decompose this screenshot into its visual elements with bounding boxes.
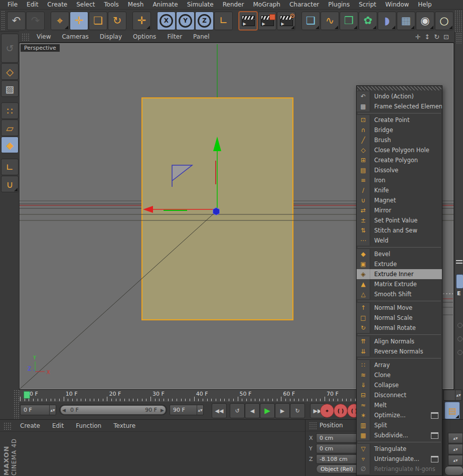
stepper-arrows[interactable]: ▲▼: [455, 390, 461, 400]
timeline-grip[interactable]: [14, 390, 19, 419]
make-editable-button[interactable]: ↺: [1, 34, 19, 63]
settings-dialog-icon[interactable]: [431, 456, 438, 462]
add-subdivision-surface-button[interactable]: ❒: [340, 12, 358, 30]
redo-button[interactable]: ↷: [26, 12, 45, 30]
polygon-mode-button[interactable]: ◆: [1, 137, 19, 153]
lock-y-axis-button[interactable]: Y: [176, 12, 195, 30]
stepper-arrows[interactable]: ▲▼: [49, 405, 56, 415]
make-preview-button[interactable]: ▤: [444, 402, 460, 419]
add-environment-button[interactable]: ▦: [397, 12, 415, 30]
context-item-undo-action[interactable]: ↶Undo (Action): [357, 91, 442, 101]
viewport-menu-filter[interactable]: Filter: [162, 33, 188, 40]
scale-button[interactable]: ❏: [89, 12, 107, 30]
context-item-magnet[interactable]: ∪Magnet: [357, 195, 442, 205]
context-item-disconnect[interactable]: ⊟Disconnect: [357, 390, 442, 400]
stepper-arrows[interactable]: ▲▼: [197, 405, 203, 415]
move-button[interactable]: ✛: [70, 12, 88, 30]
end-frame-field[interactable]: 90 F ▲▼: [170, 405, 204, 415]
menu-edit[interactable]: Edit: [22, 1, 43, 8]
context-item-mirror[interactable]: ⇄Mirror: [357, 205, 442, 215]
menu-render[interactable]: Render: [218, 1, 249, 8]
menu-character[interactable]: Character: [285, 1, 324, 8]
add-deformer-button[interactable]: ◗: [378, 12, 396, 30]
record-active-objects-button[interactable]: ( ): [334, 404, 348, 418]
viewport-menu-panel[interactable]: Panel: [188, 33, 215, 40]
rotate-button[interactable]: ↻: [108, 12, 126, 30]
menu-animate[interactable]: Animate: [148, 1, 182, 8]
view-name-label[interactable]: Perspective: [21, 44, 60, 52]
context-item-align-normals[interactable]: ⇈Align Normals: [357, 336, 442, 346]
coordinate-system-button[interactable]: ∟: [214, 12, 233, 30]
context-item-normal-rotate[interactable]: ↻Normal Rotate: [357, 323, 442, 333]
context-item-smooth-shift[interactable]: △Smooth Shift: [357, 289, 442, 299]
viewport-menu-options[interactable]: Options: [127, 33, 162, 40]
hidden-field-stepper[interactable]: ▲▼: [448, 455, 463, 465]
lock-z-axis-button[interactable]: Z: [195, 12, 214, 30]
enable-snap-button[interactable]: ∪: [1, 176, 19, 192]
add-modifier-button[interactable]: ✿: [359, 12, 377, 30]
live-selection-button[interactable]: ⌖: [51, 12, 69, 30]
context-item-create-polygon[interactable]: ⊞Create Polygon: [357, 155, 442, 165]
add-spline-button[interactable]: ∿: [321, 12, 339, 30]
autokeying-record-button[interactable]: ✦: [320, 404, 334, 418]
menu-simulate[interactable]: Simulate: [183, 1, 218, 8]
menu-plugins[interactable]: Plugins: [324, 1, 354, 8]
axis-mode-button[interactable]: ∟: [1, 159, 19, 175]
context-item-iron[interactable]: ≡Iron: [357, 175, 442, 185]
add-light-button[interactable]: ○: [435, 12, 453, 30]
coordinate-grip[interactable]: [309, 422, 317, 429]
context-item-subdivide[interactable]: ▦Subdivide...: [357, 430, 442, 440]
context-item-reverse-normals[interactable]: ⇊Reverse Normals: [357, 346, 442, 356]
object-axis-center[interactable]: [213, 208, 220, 215]
context-item-untriangulate[interactable]: ▿Untriangulate...: [357, 454, 442, 464]
menu-create[interactable]: Create: [43, 1, 72, 8]
undo-button[interactable]: ↶: [7, 12, 26, 30]
context-item-extrude-inner[interactable]: ◈Extrude Inner: [357, 269, 442, 279]
context-item-brush[interactable]: ╱Brush: [357, 135, 442, 145]
context-item-close-polygon-hole[interactable]: ◇Close Polygon Hole: [357, 145, 442, 155]
rotate-view-icon[interactable]: ↻: [434, 34, 439, 40]
highlighted-item-edge[interactable]: [456, 274, 463, 289]
context-menu-grip[interactable]: [357, 86, 441, 90]
context-item-retriangulate-n-gons[interactable]: ∅Retriangulate N-gons: [357, 464, 442, 474]
material-menu-create[interactable]: Create: [14, 422, 46, 429]
context-item-clone[interactable]: ≋Clone: [357, 370, 442, 380]
context-item-matrix-extrude[interactable]: ▲Matrix Extrude: [357, 279, 442, 289]
range-left-arrow[interactable]: ◀: [61, 408, 67, 413]
hidden-field-stepper[interactable]: ▲▼: [448, 433, 463, 443]
menu-select[interactable]: Select: [72, 1, 99, 8]
menu-file[interactable]: File: [3, 1, 22, 8]
material-menu-function[interactable]: Function: [70, 422, 107, 429]
frame-range-bar[interactable]: ◀ 0 F 90 F ▶: [61, 406, 166, 414]
menu-tools[interactable]: Tools: [99, 1, 123, 8]
material-menu-texture[interactable]: Texture: [107, 422, 141, 429]
menu-mograph[interactable]: MoGraph: [248, 1, 285, 8]
context-item-bridge[interactable]: ∩Bridge: [357, 125, 442, 135]
zoom-view-icon[interactable]: ↕: [424, 34, 430, 40]
current-frame-field[interactable]: 0 F ▲▼: [20, 405, 56, 415]
context-item-bevel[interactable]: ◆Bevel: [357, 249, 442, 259]
context-item-array[interactable]: ∷Array: [357, 360, 442, 370]
model-mode-button[interactable]: ◇: [1, 63, 19, 80]
context-item-set-point-value[interactable]: ±Set Point Value: [357, 215, 442, 225]
last-used-tool-button[interactable]: ✛: [132, 12, 151, 30]
frame-range-slider[interactable]: ◀ 0 F 90 F ▶: [59, 405, 167, 415]
context-item-stitch-and-sew[interactable]: ⇅Stitch and Sew: [357, 225, 442, 235]
hidden-field-stepper[interactable]: ▲▼: [448, 444, 463, 454]
edit-render-settings-button[interactable]: ⚙: [277, 12, 295, 30]
toolbar-grip-right[interactable]: [454, 10, 463, 32]
viewport-menu-cameras[interactable]: Cameras: [56, 33, 94, 40]
right-panel-grip[interactable]: [456, 33, 462, 44]
settings-dialog-icon[interactable]: [431, 412, 438, 419]
ruler-spinner[interactable]: ▲▼: [443, 390, 462, 401]
edge-mode-button[interactable]: ▱: [1, 120, 19, 136]
context-item-collapse[interactable]: ⇓Collapse: [357, 380, 442, 390]
context-item-triangulate[interactable]: ▽Triangulate: [357, 444, 442, 454]
menu-window[interactable]: Window: [381, 1, 413, 8]
toggle-circle[interactable]: [457, 323, 462, 328]
point-mode-button[interactable]: ∷: [1, 102, 19, 119]
next-key-button[interactable]: ↻: [290, 403, 305, 418]
play-button[interactable]: ▶: [260, 403, 275, 418]
add-camera-button[interactable]: ◉: [416, 12, 434, 30]
toolbar-grip[interactable]: [1, 11, 5, 31]
